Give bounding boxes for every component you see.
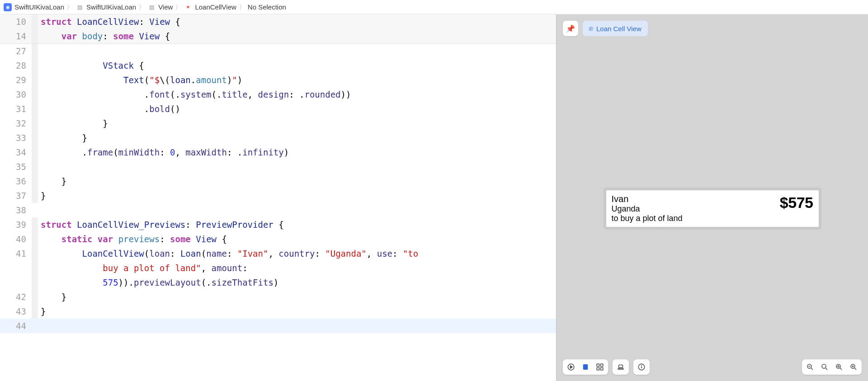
fold-ribbon[interactable] — [32, 275, 38, 290]
preview-chip[interactable]: ⎚ Loan Cell View — [583, 21, 648, 36]
fold-ribbon[interactable] — [32, 188, 38, 203]
fold-ribbon[interactable] — [32, 73, 38, 87]
chevron-icon: 〉 — [139, 3, 145, 11]
code-line[interactable]: 44 — [0, 319, 556, 333]
pin-preview-button[interactable]: 📌 — [563, 21, 578, 36]
fold-ribbon[interactable] — [32, 44, 38, 58]
code-line[interactable]: 42 } — [0, 290, 556, 304]
code-content[interactable]: Text("$\(loan.amount)") — [41, 73, 242, 87]
code-line[interactable]: buy a plot of land", amount: — [0, 261, 556, 275]
code-line[interactable]: 30 .font(.system(.title, design: .rounde… — [0, 87, 556, 102]
line-number: 34 — [0, 145, 32, 160]
code-content[interactable]: var body: some View { — [41, 29, 170, 43]
fold-ribbon[interactable] — [32, 261, 38, 275]
code-line[interactable]: 37} — [0, 188, 556, 203]
code-content[interactable]: 575)).previewLayout(.sizeThatFits) — [41, 275, 278, 290]
code-line[interactable]: 29 Text("$\(loan.amount)") — [0, 73, 556, 87]
code-content[interactable]: } — [41, 116, 108, 131]
svg-rect-4 — [601, 364, 603, 366]
fold-ribbon[interactable] — [32, 116, 38, 131]
fold-ribbon[interactable] — [32, 203, 38, 217]
code-content[interactable]: } — [41, 174, 66, 188]
preview-info-toolbar — [633, 359, 650, 375]
device-settings-icon[interactable] — [616, 362, 625, 372]
preview-pane: 📌 ⎚ Loan Cell View Ivan Uganda to buy a … — [556, 14, 868, 381]
svg-point-11 — [642, 365, 642, 366]
code-content[interactable]: static var previews: some View { — [41, 232, 227, 246]
code-content[interactable]: .font(.system(.title, design: .rounded)) — [41, 87, 351, 102]
breadcrumb[interactable]: ⨳ SwiftUIKivaLoan 〉 ▤ SwiftUIKivaLoan 〉 … — [0, 0, 868, 14]
code-content[interactable]: buy a plot of land", amount: — [41, 261, 253, 275]
code-content[interactable]: } — [41, 188, 46, 203]
fold-ribbon[interactable] — [32, 58, 38, 73]
fold-ribbon[interactable] — [32, 304, 38, 319]
code-content[interactable]: .frame(minWidth: 0, maxWidth: .infinity) — [41, 145, 289, 160]
code-line[interactable]: 35 — [0, 160, 556, 174]
fold-ribbon[interactable] — [32, 232, 38, 246]
zoom-actual-icon[interactable] — [820, 362, 829, 372]
code-content[interactable]: LoanCellView(loan: Loan(name: "Ivan", co… — [41, 246, 424, 261]
info-icon[interactable] — [637, 362, 646, 372]
fold-ribbon[interactable] — [32, 102, 38, 116]
line-number: 42 — [0, 290, 32, 304]
code-line[interactable]: 40 static var previews: some View { — [0, 232, 556, 246]
code-line[interactable]: 33 } — [0, 131, 556, 145]
loan-use: to buy a plot of land — [612, 214, 683, 223]
fold-ribbon[interactable] — [32, 174, 38, 188]
code-line[interactable]: 575)).previewLayout(.sizeThatFits) — [0, 275, 556, 290]
fold-ribbon[interactable] — [32, 29, 38, 43]
breadcrumb-project[interactable]: SwiftUIKivaLoan — [14, 3, 64, 11]
preview-chip-label: Loan Cell View — [596, 25, 642, 33]
line-number: 29 — [0, 73, 32, 87]
fold-ribbon[interactable] — [32, 246, 38, 261]
fold-ribbon[interactable] — [32, 217, 38, 232]
breadcrumb-file[interactable]: LoanCellView — [195, 3, 236, 11]
fold-ribbon[interactable] — [32, 145, 38, 160]
variants-icon[interactable] — [595, 362, 604, 372]
zoom-fit-icon[interactable] — [835, 362, 844, 372]
live-preview-icon[interactable] — [566, 362, 576, 372]
preview-canvas[interactable]: Ivan Uganda to buy a plot of land $575 — [557, 36, 868, 381]
code-line[interactable]: 31 .bold() — [0, 102, 556, 116]
code-content[interactable]: struct LoanCellView_Previews: PreviewPro… — [41, 217, 284, 232]
line-number: 44 — [0, 319, 32, 333]
fold-ribbon[interactable] — [32, 160, 38, 174]
zoom-in-icon[interactable] — [849, 362, 858, 372]
selectable-preview-icon[interactable] — [581, 362, 590, 372]
code-line[interactable]: 10struct LoanCellView: View { — [0, 14, 556, 29]
svg-line-18 — [840, 368, 842, 370]
code-content[interactable]: } — [41, 304, 46, 319]
code-line[interactable]: 39struct LoanCellView_Previews: PreviewP… — [0, 217, 556, 232]
code-line[interactable]: 41 LoanCellView(loan: Loan(name: "Ivan",… — [0, 246, 556, 261]
line-number: 31 — [0, 102, 32, 116]
fold-ribbon[interactable] — [32, 131, 38, 145]
fold-ribbon[interactable] — [32, 319, 38, 333]
code-editor[interactable]: 10struct LoanCellView: View {14 var body… — [0, 14, 556, 381]
code-content[interactable]: struct LoanCellView: View { — [41, 14, 180, 29]
code-line[interactable]: 32 } — [0, 116, 556, 131]
code-line[interactable]: 38 — [0, 203, 556, 217]
fold-ribbon[interactable] — [32, 290, 38, 304]
code-line[interactable]: 27 — [0, 44, 556, 58]
code-content[interactable]: .bold() — [41, 102, 180, 116]
fold-ribbon[interactable] — [32, 14, 38, 29]
code-line[interactable]: 36 } — [0, 174, 556, 188]
line-number: 41 — [0, 246, 32, 261]
svg-line-13 — [811, 368, 813, 370]
line-number: 35 — [0, 160, 32, 174]
svg-point-15 — [822, 364, 826, 368]
zoom-out-icon[interactable] — [806, 362, 815, 372]
code-content[interactable]: VStack { — [41, 58, 144, 73]
breadcrumb-selection[interactable]: No Selection — [248, 3, 286, 11]
fold-ribbon[interactable] — [32, 87, 38, 102]
breadcrumb-folder[interactable]: View — [158, 3, 173, 11]
zoom-toolbar — [802, 359, 862, 375]
code-content[interactable]: } — [41, 131, 87, 145]
code-line[interactable]: 14 var body: some View { — [0, 29, 556, 43]
code-line[interactable]: 43} — [0, 304, 556, 319]
code-line[interactable]: 34 .frame(minWidth: 0, maxWidth: .infini… — [0, 145, 556, 160]
line-number: 39 — [0, 217, 32, 232]
breadcrumb-target[interactable]: SwiftUIKivaLoan — [86, 3, 136, 11]
code-line[interactable]: 28 VStack { — [0, 58, 556, 73]
code-content[interactable]: } — [41, 290, 66, 304]
